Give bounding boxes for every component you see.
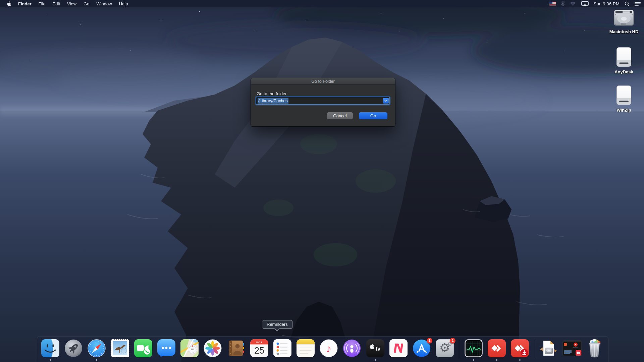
path-input-value: /Library/Caches: [258, 98, 288, 104]
dock-mail[interactable]: [111, 339, 129, 361]
running-indicator: [96, 359, 97, 361]
menu-item-view[interactable]: View: [67, 1, 76, 6]
dock-anydesk-installer[interactable]: [511, 339, 529, 361]
dock-calendar[interactable]: OCT 25: [250, 339, 268, 361]
desktop-icon-label: WinZip: [608, 108, 640, 113]
menu-item-help[interactable]: Help: [119, 1, 128, 6]
dock-anydesk[interactable]: [488, 339, 506, 361]
dock-photos[interactable]: [204, 339, 222, 361]
disk-image-file-icon: [539, 339, 557, 357]
system-preferences-icon: ⚙ ⚙ 1: [436, 339, 454, 357]
clock[interactable]: Sun 9:36 PM: [594, 1, 620, 6]
dock-tooltip: Reminders: [262, 320, 292, 329]
maps-icon: 3D: [180, 339, 199, 357]
cancel-button[interactable]: Cancel: [327, 112, 353, 119]
dock-trash[interactable]: [586, 339, 604, 361]
spotlight-search-icon[interactable]: [625, 1, 630, 6]
music-icon: ♪: [320, 339, 338, 357]
maps-3d-label: 3D: [191, 348, 194, 351]
running-indicator: [473, 359, 474, 361]
news-icon: [389, 339, 408, 357]
menu-item-file[interactable]: File: [39, 1, 46, 6]
dock-system-preferences[interactable]: ⚙ ⚙ 1: [436, 339, 454, 361]
apple-tv-label: tv: [376, 346, 380, 352]
dialog-title: Go to Folder: [311, 79, 334, 84]
facetime-icon: [134, 339, 152, 357]
notification-badge: 1: [427, 338, 432, 344]
dock-separator: [459, 340, 459, 359]
screen-mirroring-icon[interactable]: [581, 1, 589, 6]
go-button[interactable]: Go: [359, 112, 387, 119]
app-store-icon: 1: [413, 339, 431, 357]
desktop[interactable]: Finder File Edit View Go Window Help Sun…: [0, 0, 644, 362]
calendar-day: 25: [254, 346, 264, 356]
dock-activity-monitor[interactable]: [465, 339, 483, 361]
bluetooth-icon[interactable]: [561, 1, 565, 6]
dock-facetime[interactable]: [134, 339, 152, 361]
contacts-icon: [227, 339, 245, 357]
dock-notes[interactable]: [297, 339, 315, 361]
calendar-icon: OCT 25: [250, 339, 268, 357]
launchpad-icon: [64, 339, 83, 357]
dock-disk-image-file[interactable]: [539, 339, 557, 361]
tooltip-text: Reminders: [267, 322, 288, 327]
dock-safari[interactable]: [88, 339, 106, 361]
internal-drive-icon: [608, 9, 640, 27]
activity-monitor-icon: [465, 339, 483, 357]
menu-item-edit[interactable]: Edit: [53, 1, 60, 6]
desktop-icon-winzip[interactable]: WinZip: [608, 85, 640, 113]
running-indicator: [519, 359, 521, 361]
dock-news[interactable]: [389, 339, 408, 361]
messages-icon: [157, 339, 175, 357]
wallpaper-catalina-night: [0, 0, 644, 362]
apple-tv-icon: tv: [366, 339, 384, 357]
notification-badge: 1: [450, 338, 455, 344]
us-flag-icon[interactable]: [549, 2, 556, 6]
running-indicator: [50, 359, 51, 361]
dialog-titlebar[interactable]: Go to Folder: [251, 78, 395, 85]
anydesk-icon: [488, 339, 506, 357]
dock-minimized-anydesk-window[interactable]: [563, 339, 581, 361]
menu-item-window[interactable]: Window: [96, 1, 112, 6]
dock-messages[interactable]: [157, 339, 175, 361]
anydesk-installer-icon: [511, 339, 529, 357]
menu-item-finder[interactable]: Finder: [18, 1, 32, 6]
dock-contacts[interactable]: [227, 339, 245, 361]
minimized-window-thumbnail: [563, 339, 581, 357]
desktop-icon-macintosh-hd[interactable]: Macintosh HD: [608, 9, 640, 34]
finder-icon: [41, 339, 59, 357]
dock-reminders[interactable]: [273, 339, 291, 361]
dock-maps[interactable]: 3D: [180, 339, 199, 361]
wifi-off-icon[interactable]: [570, 1, 576, 6]
dock-separator: [534, 340, 534, 359]
dock-app-store[interactable]: 1: [413, 339, 431, 361]
path-dropdown-button[interactable]: [383, 98, 389, 104]
svg-text:♪: ♪: [326, 343, 331, 355]
running-indicator: [496, 359, 497, 361]
calendar-month: OCT: [256, 341, 263, 344]
path-input[interactable]: /Library/Caches: [256, 97, 389, 104]
notes-icon: [297, 339, 315, 357]
dock: 3D: [37, 336, 608, 362]
desktop-icon-label: Macintosh HD: [608, 29, 640, 34]
dialog-field-label: Go to the folder:: [257, 91, 288, 96]
menu-bar: Finder File Edit View Go Window Help Sun…: [0, 0, 644, 7]
desktop-icon-anydesk[interactable]: AnyDesk: [608, 47, 640, 74]
reminders-icon: [273, 339, 291, 357]
menu-item-go[interactable]: Go: [84, 1, 89, 6]
desktop-icon-label: AnyDesk: [608, 69, 640, 74]
running-indicator: [375, 359, 376, 361]
apple-menu[interactable]: [7, 1, 11, 6]
dock-launchpad[interactable]: [64, 339, 83, 361]
dock-music[interactable]: ♪: [320, 339, 338, 361]
photos-icon: [204, 339, 222, 357]
chevron-down-icon: [384, 100, 387, 102]
dock-podcasts[interactable]: [343, 339, 361, 361]
safari-icon: [88, 339, 106, 357]
dock-apple-tv[interactable]: tv: [366, 339, 384, 361]
trash-full-icon: [586, 339, 604, 357]
go-to-folder-dialog: Go to Folder Go to the folder: /Library/…: [251, 78, 395, 126]
dock-finder[interactable]: [41, 339, 59, 361]
apple-icon: [7, 1, 11, 6]
notification-center-icon[interactable]: [635, 2, 641, 6]
